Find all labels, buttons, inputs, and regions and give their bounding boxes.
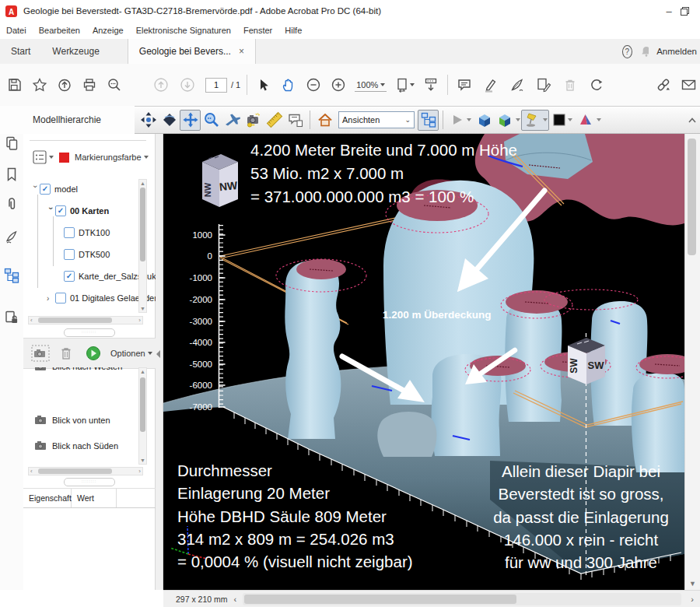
signatures-icon[interactable] (4, 229, 19, 244)
panel-splitter-handle-2[interactable]: :::::::: (64, 478, 115, 486)
attachments-icon[interactable] (4, 196, 19, 212)
restore-button[interactable] (681, 7, 689, 16)
views-dropdown[interactable]: Ansichten⌄ (338, 111, 415, 128)
svg-text:Allein dieser Diapir bei: Allein dieser Diapir bei (502, 462, 660, 480)
print-button[interactable] (79, 75, 100, 95)
tab-document[interactable]: Geologie bei Bevers... × (128, 39, 256, 64)
menu-fenster[interactable]: Fenster (237, 26, 278, 35)
rotate-pages-button[interactable] (586, 75, 607, 95)
cross-section-button[interactable] (576, 110, 602, 131)
render-mode-button[interactable] (495, 110, 521, 131)
svg-text:Beverstedt ist so gross,: Beverstedt ist so gross, (498, 485, 663, 503)
link-share-button[interactable] (653, 75, 674, 95)
view-item-blick-nach-sueden[interactable]: Blick nach Süden (23, 433, 140, 458)
3d-document-canvas[interactable]: 1000 0 -1000 -2000 -3000 -4000 -5000 -60… (163, 134, 684, 590)
spin-3d-tool[interactable] (159, 110, 180, 131)
edit-page-tool-button[interactable] (534, 75, 554, 95)
help-icon[interactable]: ? (622, 45, 632, 58)
notifications-bell-icon[interactable] (640, 45, 649, 58)
list-options-icon[interactable] (33, 150, 47, 164)
delete-view-icon[interactable] (59, 346, 73, 361)
menu-datei[interactable]: Datei (0, 26, 33, 35)
panel-resize-divider[interactable] (156, 134, 163, 590)
toolbar-collapse-button[interactable] (688, 117, 697, 124)
delete-pages-button[interactable] (560, 75, 580, 95)
select-tool-button[interactable] (254, 75, 274, 95)
pan-3d-tool[interactable] (180, 110, 201, 131)
view-item-blick-nach-westen[interactable]: Blick nach Westen (23, 367, 140, 379)
tree-horizontal-scrollbar[interactable]: ‹› (28, 316, 143, 325)
previous-page-button[interactable] (151, 75, 171, 95)
share-button[interactable] (54, 75, 75, 95)
bookmarks-icon[interactable] (4, 167, 19, 182)
tab-werkzeuge[interactable]: Werkzeuge (41, 39, 110, 64)
comment-3d-tool[interactable] (285, 110, 306, 131)
main-toolbar: 1 / 1 100% (0, 64, 700, 107)
tab-close-icon[interactable]: × (239, 46, 244, 57)
background-color-button[interactable] (549, 110, 576, 131)
document-vertical-scrollbar[interactable]: ▼ (684, 134, 700, 590)
projection-cube-button[interactable] (474, 110, 495, 131)
views-horizontal-scrollbar[interactable]: ‹› (28, 467, 143, 475)
options-menu-label[interactable]: Optionen (110, 349, 145, 358)
highlight-tool-button[interactable] (481, 75, 501, 95)
svg-text:-3000: -3000 (190, 317, 212, 326)
view-item-blick-von-unten[interactable]: Blick von unten (23, 407, 140, 433)
page-fit-button[interactable] (394, 75, 415, 95)
salt-hill-low (377, 412, 436, 457)
tree-vertical-scrollbar[interactable]: ▲▼ (138, 179, 147, 313)
menu-bearbeiten[interactable]: Bearbeiten (33, 26, 86, 35)
save-button[interactable] (5, 75, 25, 95)
tab-start[interactable]: Start (0, 39, 41, 64)
property-column-header[interactable]: Eigenschaft (23, 489, 72, 507)
scroll-left-arrow-icon[interactable]: ‹ (234, 595, 237, 604)
scroll-mode-button[interactable] (421, 75, 441, 95)
fly-3d-tool[interactable] (222, 110, 243, 131)
views-vertical-scrollbar[interactable]: ▲▼ (138, 367, 147, 465)
next-page-button[interactable] (177, 75, 198, 95)
new-view-camera-icon[interactable] (31, 345, 50, 362)
value-column-header[interactable]: Wert (72, 489, 117, 507)
search-icon[interactable] (104, 75, 124, 95)
tree-item-dtk100[interactable]: DTK100 (64, 223, 110, 243)
zoom-out-button[interactable] (303, 75, 324, 95)
svg-text:1000: 1000 (192, 230, 212, 240)
tree-item-dtk500[interactable]: DTK500 (64, 244, 110, 265)
zoom-level-select[interactable]: 100% (355, 79, 387, 92)
sign-in-link[interactable]: Anmelden (656, 47, 697, 56)
minimize-button[interactable]: – (657, 5, 681, 17)
camera-view-3d-tool[interactable] (243, 110, 264, 131)
lighting-button[interactable] (521, 110, 549, 131)
scroll-down-arrow-icon[interactable]: ▼ (685, 580, 700, 588)
page-number-input[interactable]: 1 (205, 78, 227, 93)
panel-splitter-handle[interactable]: :::::::: (64, 328, 115, 337)
tree-item-00-karten[interactable]: ›✓00 Karten (47, 201, 109, 221)
zoom-in-button[interactable] (328, 75, 348, 95)
sign-tool-button[interactable] (507, 75, 527, 95)
measure-3d-tool[interactable] (264, 110, 285, 131)
tree-item-model[interactable]: ›✓model (31, 179, 78, 199)
zoom-3d-tool[interactable] (201, 110, 222, 131)
comment-tool-button[interactable] (454, 75, 474, 95)
hand-tool-button[interactable] (278, 75, 299, 95)
svg-text:A: A (9, 7, 14, 16)
page-thumbnails-icon[interactable] (4, 135, 19, 151)
email-button[interactable] (678, 75, 698, 95)
default-view-home-button[interactable] (314, 110, 335, 131)
panel-collapse-arrow-icon[interactable] (156, 350, 160, 358)
star-favorites-button[interactable] (30, 75, 50, 95)
rotate-3d-tool[interactable] (138, 110, 159, 131)
tab-bar: Start Werkzeuge Geologie bei Bevers... × (0, 39, 700, 65)
play-animation-button[interactable] (447, 110, 474, 131)
menu-anzeige[interactable]: Anzeige (86, 26, 130, 35)
document-horizontal-scrollbar[interactable] (243, 593, 681, 605)
layers-icon[interactable] (4, 310, 19, 325)
go-to-view-button[interactable] (86, 346, 101, 361)
menu-hilfe[interactable]: Hilfe (278, 26, 308, 35)
scroll-right-arrow-icon[interactable]: › (691, 595, 694, 604)
model-tree-panel-icon[interactable] (4, 268, 19, 283)
menu-signaturen[interactable]: Elektronische Signaturen (130, 26, 237, 35)
marking-color-swatch[interactable] (59, 153, 69, 163)
view-item-messansicht7[interactable]: › Messansicht7 (23, 458, 140, 465)
model-tree-toggle-button[interactable] (418, 110, 439, 131)
